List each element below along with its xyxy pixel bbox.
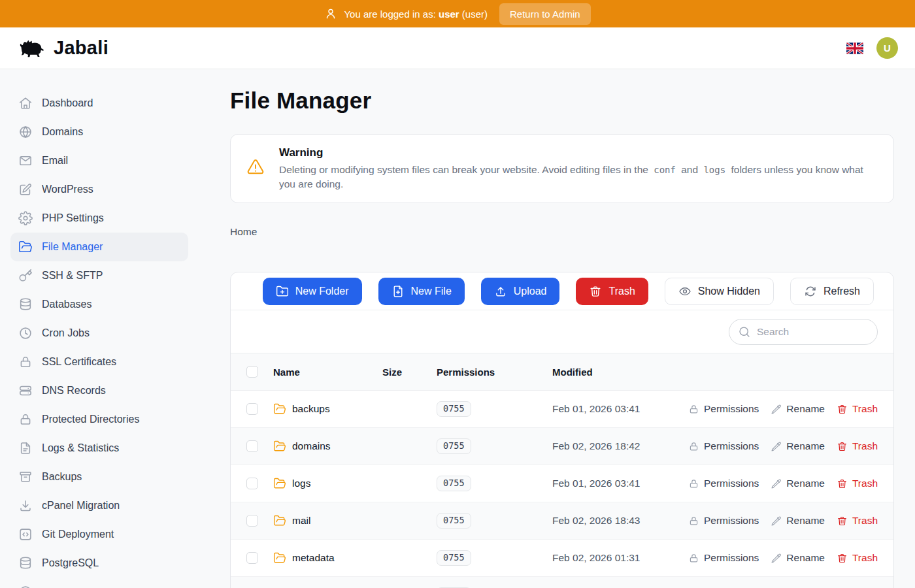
lock-icon (688, 441, 699, 452)
return-to-admin-button[interactable]: Return to Admin (499, 3, 591, 25)
user-avatar[interactable]: U (876, 37, 898, 59)
sidebar-item-file-manager[interactable]: File Manager (10, 233, 188, 261)
file-name[interactable]: backups (273, 402, 382, 416)
sidebar-item-logs-statistics[interactable]: Logs & Statistics (10, 434, 188, 463)
impersonation-message: You are logged in as: user (user) (324, 7, 488, 20)
sidebar-item-protected-directories[interactable]: Protected Directories (10, 405, 188, 434)
gear-icon (18, 211, 33, 225)
row-action-trash[interactable]: Trash (837, 515, 878, 527)
pencil-icon (771, 553, 782, 564)
code-logs: logs (701, 165, 728, 175)
row-checkbox[interactable] (246, 403, 258, 415)
row-checkbox[interactable] (246, 552, 258, 564)
sidebar-item-label: File Manager (42, 241, 103, 253)
uk-flag-icon[interactable] (846, 42, 863, 54)
row-action-trash[interactable]: Trash (837, 403, 878, 415)
trash-button[interactable]: Trash (576, 278, 648, 305)
app-header: Jabali U (0, 27, 915, 69)
sidebar-item-cpanel-migration[interactable]: cPanel Migration (10, 491, 188, 520)
row-actions: PermissionsRenameTrash (688, 478, 878, 489)
column-header-permissions[interactable]: Permissions (437, 367, 552, 378)
sidebar-item-backups[interactable]: Backups (10, 463, 188, 491)
sidebar-item-wordpress[interactable]: WordPress (10, 175, 188, 204)
sidebar-item-php-settings[interactable]: PHP Settings (10, 204, 188, 233)
row-checkbox[interactable] (246, 478, 258, 489)
breadcrumb-home[interactable]: Home (230, 226, 257, 238)
sidebar-item-label: Databases (42, 299, 92, 310)
row-checkbox[interactable] (246, 440, 258, 452)
table-row: mail0755Feb 02, 2026 18:43PermissionsRen… (231, 502, 893, 540)
brand-name: Jabali (54, 37, 108, 59)
lock-icon (688, 404, 699, 415)
row-action-rename[interactable]: Rename (771, 403, 825, 415)
file-name[interactable]: domains (273, 440, 382, 453)
sidebar-item-label: SSH & SFTP (42, 270, 103, 282)
sidebar-item-databases[interactable]: Databases (10, 290, 188, 319)
sidebar-item-dashboard[interactable]: Dashboard (10, 89, 188, 118)
show-hidden-button[interactable]: Show Hidden (665, 278, 774, 305)
warning-alert: Warning Deleting or modifying system fil… (230, 134, 894, 203)
folder-icon (273, 440, 286, 453)
upload-button[interactable]: Upload (481, 278, 560, 305)
lock-icon (688, 553, 699, 564)
row-action-permissions[interactable]: Permissions (688, 440, 759, 452)
refresh-button[interactable]: Refresh (790, 278, 874, 305)
home-icon (18, 96, 33, 110)
table-row: 0755PermissionsRenameTrash (231, 577, 893, 588)
row-action-rename[interactable]: Rename (771, 478, 825, 489)
new-file-button[interactable]: New File (378, 278, 465, 305)
row-action-permissions[interactable]: Permissions (688, 515, 759, 527)
row-action-trash[interactable]: Trash (837, 440, 878, 452)
brand-logo[interactable]: Jabali (17, 37, 108, 59)
warning-icon (246, 158, 265, 179)
sidebar-item-ssl-certificates[interactable]: SSL Certificates (10, 348, 188, 376)
column-header-size[interactable]: Size (382, 367, 437, 378)
server-icon (18, 384, 33, 398)
folder-icon (273, 477, 286, 490)
pencil-icon (771, 441, 782, 452)
sidebar-item-postgresql[interactable]: PostgreSQL (10, 549, 188, 578)
file-name[interactable]: mail (273, 514, 382, 527)
sidebar-item-partial[interactable] (10, 578, 188, 588)
file-modified: Feb 02, 2026 01:31 (552, 552, 688, 564)
warning-title: Warning (279, 146, 878, 159)
row-actions: PermissionsRenameTrash (688, 403, 878, 415)
row-action-permissions[interactable]: Permissions (688, 403, 759, 415)
row-action-permissions[interactable]: Permissions (688, 478, 759, 489)
file-name[interactable]: metadata (273, 551, 382, 564)
pencil-icon (771, 478, 782, 489)
button-label: New File (411, 286, 452, 297)
table-row: backups0755Feb 01, 2026 03:41Permissions… (231, 391, 893, 428)
row-action-rename[interactable]: Rename (771, 440, 825, 452)
pencil-icon (771, 404, 782, 415)
sidebar-item-ssh-sftp[interactable]: SSH & SFTP (10, 261, 188, 290)
search-input[interactable] (729, 319, 878, 345)
lock-icon (688, 478, 699, 489)
permissions-badge: 0755 (437, 476, 471, 491)
file-name[interactable]: logs (273, 477, 382, 490)
row-checkbox[interactable] (246, 515, 258, 527)
row-action-trash[interactable]: Trash (837, 552, 878, 564)
button-label: Trash (608, 286, 635, 297)
new-folder-button[interactable]: New Folder (263, 278, 362, 305)
column-header-modified[interactable]: Modified (552, 367, 878, 378)
sidebar-item-git-deployment[interactable]: Git Deployment (10, 520, 188, 549)
row-action-trash[interactable]: Trash (837, 478, 878, 489)
refresh-icon (804, 285, 817, 298)
row-action-permissions[interactable]: Permissions (688, 552, 759, 564)
column-header-name[interactable]: Name (273, 367, 382, 378)
sidebar-item-email[interactable]: Email (10, 146, 188, 175)
row-action-rename[interactable]: Rename (771, 515, 825, 527)
file-modified: Feb 02, 2026 18:42 (552, 440, 688, 452)
row-action-rename[interactable]: Rename (771, 552, 825, 564)
folder-icon (273, 551, 286, 564)
lock-icon (18, 355, 33, 369)
new-folder-icon (276, 285, 289, 298)
sidebar-item-domains[interactable]: Domains (10, 118, 188, 146)
select-all-checkbox[interactable] (246, 366, 258, 378)
button-label: New Folder (295, 286, 349, 297)
sidebar-item-dns-records[interactable]: DNS Records (10, 376, 188, 405)
database-icon (18, 297, 33, 312)
sidebar-item-label: cPanel Migration (42, 500, 120, 512)
sidebar-item-cron-jobs[interactable]: Cron Jobs (10, 319, 188, 348)
